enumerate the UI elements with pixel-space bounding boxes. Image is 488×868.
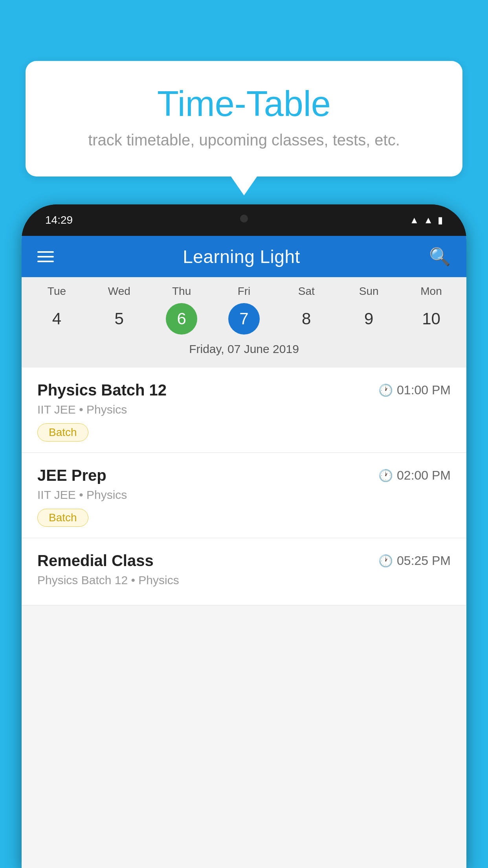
class-item-top-1: JEE Prep🕐 02:00 PM (37, 467, 451, 484)
class-time-0: 🕐 01:00 PM (378, 383, 451, 397)
battery-icon: ▮ (438, 215, 443, 226)
class-time-1: 🕐 02:00 PM (378, 468, 451, 483)
hamburger-menu-button[interactable] (37, 251, 54, 262)
bubble-title: Time-Table (57, 85, 431, 123)
clock-icon-1: 🕐 (378, 469, 393, 482)
search-icon[interactable]: 🔍 (429, 246, 451, 267)
day-number-7[interactable]: 7 (228, 303, 260, 335)
class-item-0[interactable]: Physics Batch 12🕐 01:00 PMIIT JEE • Phys… (22, 368, 466, 453)
class-name-2: Remedial Class (37, 552, 154, 570)
day-header-sun: Sun (349, 285, 389, 298)
selected-date-label: Friday, 07 June 2019 (22, 338, 466, 364)
day-number-8[interactable]: 8 (291, 303, 322, 335)
day-number-10[interactable]: 10 (415, 303, 447, 335)
camera-dot (240, 215, 248, 223)
phone-frame: 14:29 ▲ ▲ ▮ Learning Light 🔍 (22, 204, 466, 868)
class-meta-2: Physics Batch 12 • Physics (37, 574, 451, 587)
hamburger-line-3 (37, 261, 54, 262)
day-numbers: 45678910 (22, 303, 466, 335)
day-header-thu: Thu (162, 285, 201, 298)
class-meta-1: IIT JEE • Physics (37, 488, 451, 502)
speech-bubble: Time-Table track timetable, upcoming cla… (26, 61, 462, 177)
phone-status-icons: ▲ ▲ ▮ (409, 215, 443, 226)
speech-bubble-container: Time-Table track timetable, upcoming cla… (26, 61, 462, 177)
hamburger-line-1 (37, 251, 54, 253)
hamburger-line-2 (37, 256, 54, 257)
class-time-2: 🕐 05:25 PM (378, 554, 451, 568)
batch-badge-1: Batch (37, 509, 88, 527)
class-item-top-0: Physics Batch 12🕐 01:00 PM (37, 381, 451, 399)
clock-icon-0: 🕐 (378, 383, 393, 397)
app-title: Learning Light (183, 246, 300, 267)
class-meta-0: IIT JEE • Physics (37, 403, 451, 416)
day-header-fri: Fri (224, 285, 264, 298)
class-item-1[interactable]: JEE Prep🕐 02:00 PMIIT JEE • PhysicsBatch (22, 453, 466, 538)
wifi-icon: ▲ (409, 215, 419, 226)
class-list: Physics Batch 12🕐 01:00 PMIIT JEE • Phys… (22, 368, 466, 605)
phone-screen: Learning Light 🔍 TueWedThuFriSatSunMon 4… (22, 236, 466, 868)
bubble-subtitle: track timetable, upcoming classes, tests… (57, 131, 431, 149)
day-header-mon: Mon (411, 285, 451, 298)
day-header-sat: Sat (287, 285, 326, 298)
batch-badge-0: Batch (37, 423, 88, 441)
day-number-9[interactable]: 9 (353, 303, 385, 335)
app-bar: Learning Light 🔍 (22, 236, 466, 277)
signal-icon: ▲ (424, 215, 433, 226)
day-header-wed: Wed (99, 285, 139, 298)
phone-time: 14:29 (45, 214, 73, 226)
day-header-tue: Tue (37, 285, 76, 298)
day-number-5[interactable]: 5 (103, 303, 135, 335)
class-item-top-2: Remedial Class🕐 05:25 PM (37, 552, 451, 570)
phone-notch (213, 204, 275, 226)
day-headers: TueWedThuFriSatSunMon (22, 285, 466, 298)
calendar-strip: TueWedThuFriSatSunMon 45678910 Friday, 0… (22, 277, 466, 368)
class-name-1: JEE Prep (37, 467, 106, 484)
class-name-0: Physics Batch 12 (37, 381, 167, 399)
phone-top-bar: 14:29 ▲ ▲ ▮ (22, 204, 466, 236)
day-number-6[interactable]: 6 (166, 303, 197, 335)
day-number-4[interactable]: 4 (41, 303, 72, 335)
class-item-2[interactable]: Remedial Class🕐 05:25 PMPhysics Batch 12… (22, 538, 466, 605)
clock-icon-2: 🕐 (378, 554, 393, 568)
